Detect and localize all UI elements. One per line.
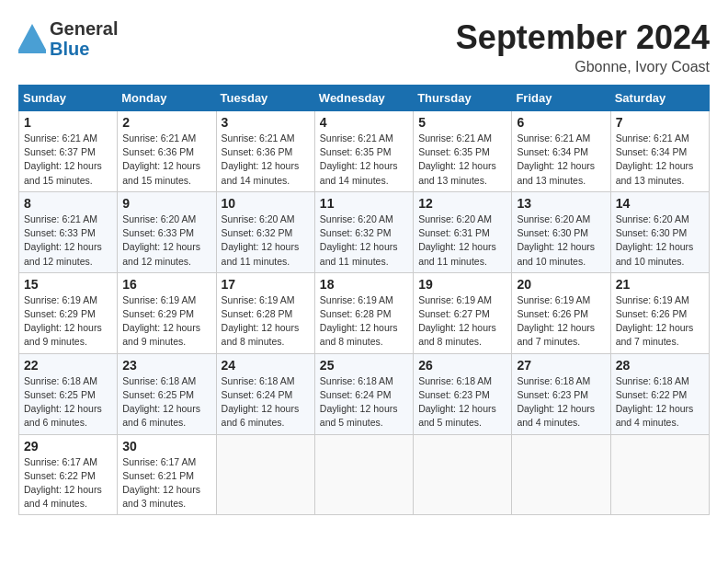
title-block: September 2024 Gbonne, Ivory Coast [456, 18, 710, 75]
calendar-cell [414, 434, 512, 515]
calendar-header-saturday: Saturday [610, 86, 709, 111]
day-number: 29 [24, 439, 112, 454]
page-header: General Blue September 2024 Gbonne, Ivor… [18, 18, 710, 75]
day-number: 18 [320, 277, 408, 292]
day-info: Sunrise: 6:18 AM Sunset: 6:24 PM Dayligh… [222, 374, 310, 431]
calendar-cell: 27 Sunrise: 6:18 AM Sunset: 6:23 PM Dayl… [512, 353, 610, 434]
day-number: 4 [320, 115, 408, 130]
day-info: Sunrise: 6:17 AM Sunset: 6:21 PM Dayligh… [122, 455, 210, 511]
day-number: 27 [517, 358, 605, 373]
calendar-cell: 4 Sunrise: 6:21 AM Sunset: 6:35 PM Dayli… [314, 111, 413, 192]
day-number: 6 [517, 115, 605, 130]
calendar-cell: 9 Sunrise: 6:20 AM Sunset: 6:33 PM Dayli… [118, 191, 216, 272]
calendar-cell: 21 Sunrise: 6:19 AM Sunset: 6:26 PM Dayl… [610, 272, 709, 353]
location-title: Gbonne, Ivory Coast [456, 59, 710, 75]
day-info: Sunrise: 6:21 AM Sunset: 6:34 PM Dayligh… [517, 132, 605, 188]
day-number: 1 [24, 115, 112, 130]
calendar-cell: 7 Sunrise: 6:21 AM Sunset: 6:34 PM Dayli… [610, 111, 709, 192]
day-info: Sunrise: 6:21 AM Sunset: 6:36 PM Dayligh… [122, 132, 210, 188]
day-number: 2 [122, 115, 210, 130]
calendar-cell: 24 Sunrise: 6:18 AM Sunset: 6:24 PM Dayl… [216, 353, 314, 434]
day-info: Sunrise: 6:18 AM Sunset: 6:22 PM Dayligh… [616, 374, 704, 431]
calendar-cell: 28 Sunrise: 6:18 AM Sunset: 6:22 PM Dayl… [610, 353, 709, 434]
calendar-header-tuesday: Tuesday [216, 86, 314, 111]
svg-marker-0 [18, 24, 46, 50]
calendar-cell: 5 Sunrise: 6:21 AM Sunset: 6:35 PM Dayli… [414, 111, 512, 192]
calendar-cell: 16 Sunrise: 6:19 AM Sunset: 6:29 PM Dayl… [118, 272, 216, 353]
day-number: 14 [616, 196, 704, 211]
calendar-header-monday: Monday [118, 86, 216, 111]
calendar-cell: 10 Sunrise: 6:20 AM Sunset: 6:32 PM Dayl… [216, 191, 314, 272]
logo-text: General Blue [50, 18, 118, 59]
calendar-cell: 13 Sunrise: 6:20 AM Sunset: 6:30 PM Dayl… [512, 191, 610, 272]
day-info: Sunrise: 6:19 AM Sunset: 6:26 PM Dayligh… [616, 293, 704, 350]
day-number: 9 [122, 196, 210, 211]
calendar-week-5: 29 Sunrise: 6:17 AM Sunset: 6:22 PM Dayl… [19, 434, 710, 515]
day-number: 16 [122, 277, 210, 292]
day-number: 21 [616, 277, 704, 292]
calendar-cell: 12 Sunrise: 6:20 AM Sunset: 6:31 PM Dayl… [414, 191, 512, 272]
calendar-table: SundayMondayTuesdayWednesdayThursdayFrid… [18, 85, 710, 515]
calendar-cell: 22 Sunrise: 6:18 AM Sunset: 6:25 PM Dayl… [19, 353, 118, 434]
calendar-cell: 8 Sunrise: 6:21 AM Sunset: 6:33 PM Dayli… [19, 191, 118, 272]
day-info: Sunrise: 6:20 AM Sunset: 6:33 PM Dayligh… [122, 213, 210, 269]
day-number: 22 [24, 358, 112, 373]
calendar-cell: 18 Sunrise: 6:19 AM Sunset: 6:28 PM Dayl… [314, 272, 413, 353]
day-number: 20 [517, 277, 605, 292]
logo-icon [18, 24, 46, 53]
day-number: 13 [517, 196, 605, 211]
day-info: Sunrise: 6:20 AM Sunset: 6:32 PM Dayligh… [222, 213, 310, 269]
day-number: 15 [24, 277, 112, 292]
logo: General Blue [18, 18, 118, 59]
day-info: Sunrise: 6:18 AM Sunset: 6:24 PM Dayligh… [320, 374, 408, 431]
calendar-cell [610, 434, 709, 515]
day-info: Sunrise: 6:18 AM Sunset: 6:25 PM Dayligh… [122, 374, 210, 431]
calendar-week-2: 8 Sunrise: 6:21 AM Sunset: 6:33 PM Dayli… [19, 191, 710, 272]
calendar-cell: 20 Sunrise: 6:19 AM Sunset: 6:26 PM Dayl… [512, 272, 610, 353]
day-info: Sunrise: 6:20 AM Sunset: 6:31 PM Dayligh… [418, 213, 506, 269]
day-number: 10 [222, 196, 310, 211]
day-info: Sunrise: 6:19 AM Sunset: 6:28 PM Dayligh… [222, 293, 310, 350]
calendar-week-4: 22 Sunrise: 6:18 AM Sunset: 6:25 PM Dayl… [19, 353, 710, 434]
day-number: 26 [418, 358, 506, 373]
day-info: Sunrise: 6:21 AM Sunset: 6:33 PM Dayligh… [24, 213, 112, 269]
calendar-cell: 2 Sunrise: 6:21 AM Sunset: 6:36 PM Dayli… [118, 111, 216, 192]
calendar-cell: 1 Sunrise: 6:21 AM Sunset: 6:37 PM Dayli… [19, 111, 118, 192]
calendar-cell [216, 434, 314, 515]
day-number: 12 [418, 196, 506, 211]
day-info: Sunrise: 6:19 AM Sunset: 6:29 PM Dayligh… [122, 293, 210, 350]
calendar-cell: 6 Sunrise: 6:21 AM Sunset: 6:34 PM Dayli… [512, 111, 610, 192]
month-title: September 2024 [456, 18, 710, 57]
day-info: Sunrise: 6:19 AM Sunset: 6:26 PM Dayligh… [517, 293, 605, 350]
day-info: Sunrise: 6:19 AM Sunset: 6:29 PM Dayligh… [24, 293, 112, 350]
calendar-header-sunday: Sunday [19, 86, 118, 111]
day-number: 11 [320, 196, 408, 211]
calendar-cell: 23 Sunrise: 6:18 AM Sunset: 6:25 PM Dayl… [118, 353, 216, 434]
calendar-week-3: 15 Sunrise: 6:19 AM Sunset: 6:29 PM Dayl… [19, 272, 710, 353]
calendar-cell: 3 Sunrise: 6:21 AM Sunset: 6:36 PM Dayli… [216, 111, 314, 192]
day-number: 23 [122, 358, 210, 373]
calendar-cell: 14 Sunrise: 6:20 AM Sunset: 6:30 PM Dayl… [610, 191, 709, 272]
calendar-body: 1 Sunrise: 6:21 AM Sunset: 6:37 PM Dayli… [19, 111, 710, 515]
day-info: Sunrise: 6:18 AM Sunset: 6:23 PM Dayligh… [418, 374, 506, 431]
day-info: Sunrise: 6:20 AM Sunset: 6:30 PM Dayligh… [616, 213, 704, 269]
day-info: Sunrise: 6:19 AM Sunset: 6:27 PM Dayligh… [418, 293, 506, 350]
day-info: Sunrise: 6:18 AM Sunset: 6:23 PM Dayligh… [517, 374, 605, 431]
day-number: 24 [222, 358, 310, 373]
calendar-cell: 30 Sunrise: 6:17 AM Sunset: 6:21 PM Dayl… [118, 434, 216, 515]
calendar-header-friday: Friday [512, 86, 610, 111]
day-info: Sunrise: 6:20 AM Sunset: 6:32 PM Dayligh… [320, 213, 408, 269]
calendar-cell [512, 434, 610, 515]
svg-rect-1 [18, 50, 46, 53]
day-info: Sunrise: 6:18 AM Sunset: 6:25 PM Dayligh… [24, 374, 112, 431]
day-info: Sunrise: 6:20 AM Sunset: 6:30 PM Dayligh… [517, 213, 605, 269]
day-info: Sunrise: 6:21 AM Sunset: 6:37 PM Dayligh… [24, 132, 112, 188]
day-number: 19 [418, 277, 506, 292]
day-number: 28 [616, 358, 704, 373]
day-info: Sunrise: 6:21 AM Sunset: 6:36 PM Dayligh… [222, 132, 310, 188]
day-number: 30 [122, 439, 210, 454]
day-info: Sunrise: 6:21 AM Sunset: 6:35 PM Dayligh… [418, 132, 506, 188]
day-number: 7 [616, 115, 704, 130]
day-number: 3 [222, 115, 310, 130]
calendar-header-wednesday: Wednesday [314, 86, 413, 111]
